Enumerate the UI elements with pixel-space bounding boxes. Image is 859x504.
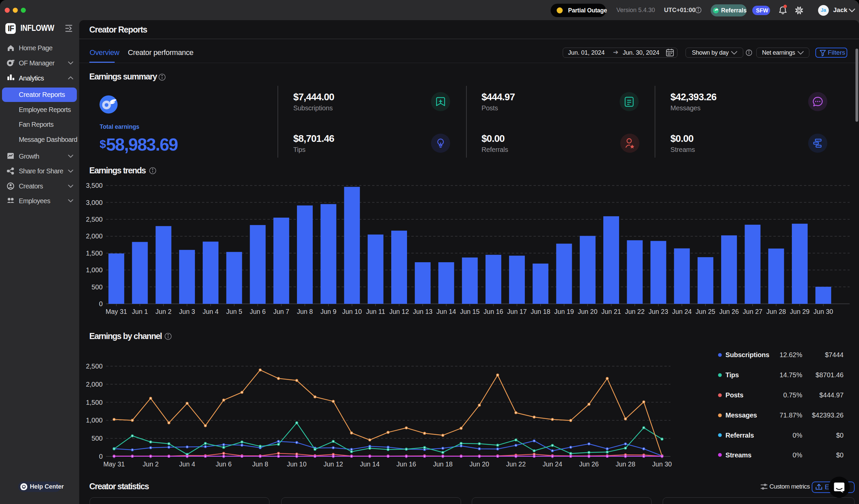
svg-text:Jun 5: Jun 5	[226, 308, 242, 315]
svg-text:Jun 8: Jun 8	[297, 308, 313, 315]
svg-text:Jun 20: Jun 20	[578, 308, 598, 315]
svg-text:Jun 3: Jun 3	[179, 308, 195, 315]
svg-text:Jun 23: Jun 23	[649, 308, 668, 315]
svg-text:Jun 12: Jun 12	[389, 308, 409, 315]
svg-text:Jun 15: Jun 15	[460, 308, 480, 315]
svg-text:Jun 19: Jun 19	[554, 308, 574, 315]
svg-text:0: 0	[99, 453, 103, 460]
svg-text:Jun 9: Jun 9	[320, 308, 336, 315]
svg-text:Jun 6: Jun 6	[216, 460, 232, 468]
svg-text:Jun 21: Jun 21	[601, 308, 621, 315]
svg-text:Jun 4: Jun 4	[203, 308, 219, 315]
svg-text:2,500: 2,500	[86, 216, 103, 223]
svg-text:Jun 12: Jun 12	[323, 460, 343, 468]
svg-text:Jun 30: Jun 30	[813, 308, 833, 315]
svg-text:Jun 20: Jun 20	[469, 460, 489, 468]
svg-text:Jun 28: Jun 28	[766, 308, 786, 315]
svg-text:500: 500	[92, 435, 103, 442]
svg-text:1,500: 1,500	[86, 399, 103, 406]
svg-text:3,000: 3,000	[86, 199, 103, 206]
svg-text:Jun 13: Jun 13	[413, 308, 433, 315]
svg-text:Jun 28: Jun 28	[616, 460, 635, 468]
svg-text:Jun 6: Jun 6	[250, 308, 266, 315]
svg-text:2,500: 2,500	[86, 362, 103, 370]
svg-text:Jun 24: Jun 24	[543, 460, 562, 468]
svg-text:2,000: 2,000	[86, 381, 103, 388]
svg-text:1,500: 1,500	[86, 250, 103, 257]
svg-text:Jun 18: Jun 18	[531, 308, 551, 315]
svg-text:Jun 14: Jun 14	[360, 460, 380, 468]
svg-text:Jun 7: Jun 7	[273, 308, 289, 315]
svg-text:0: 0	[99, 300, 103, 308]
svg-text:Jun 2: Jun 2	[142, 460, 159, 468]
svg-text:3,500: 3,500	[86, 182, 103, 189]
svg-text:Jun 17: Jun 17	[507, 308, 527, 315]
svg-text:Jun 1: Jun 1	[132, 308, 148, 315]
svg-text:May 31: May 31	[103, 460, 125, 468]
svg-text:May 31: May 31	[106, 308, 127, 315]
svg-text:Jun 14: Jun 14	[437, 308, 456, 315]
svg-text:Jun 10: Jun 10	[342, 308, 362, 315]
svg-text:Jun 22: Jun 22	[625, 308, 645, 315]
svg-text:Jun 22: Jun 22	[506, 460, 526, 468]
svg-text:Jun 2: Jun 2	[155, 308, 171, 315]
svg-text:Jun 11: Jun 11	[366, 308, 385, 315]
svg-text:Jun 10: Jun 10	[287, 460, 307, 468]
svg-text:Jun 8: Jun 8	[252, 460, 269, 468]
svg-text:Jun 29: Jun 29	[790, 308, 810, 315]
svg-text:Jun 26: Jun 26	[719, 308, 739, 315]
svg-text:1,000: 1,000	[86, 266, 103, 274]
svg-text:1,000: 1,000	[86, 416, 103, 424]
svg-text:Jun 4: Jun 4	[179, 460, 195, 468]
svg-text:Jun 16: Jun 16	[483, 308, 503, 315]
svg-text:2,000: 2,000	[86, 232, 103, 240]
svg-text:Jun 30: Jun 30	[652, 460, 672, 468]
svg-text:Jun 16: Jun 16	[397, 460, 417, 468]
svg-text:Jun 25: Jun 25	[696, 308, 715, 315]
svg-text:Jun 27: Jun 27	[743, 308, 763, 315]
svg-text:Jun 24: Jun 24	[672, 308, 692, 315]
svg-text:Jun 18: Jun 18	[433, 460, 453, 468]
svg-text:Jun 26: Jun 26	[579, 460, 599, 468]
svg-text:500: 500	[92, 283, 103, 291]
